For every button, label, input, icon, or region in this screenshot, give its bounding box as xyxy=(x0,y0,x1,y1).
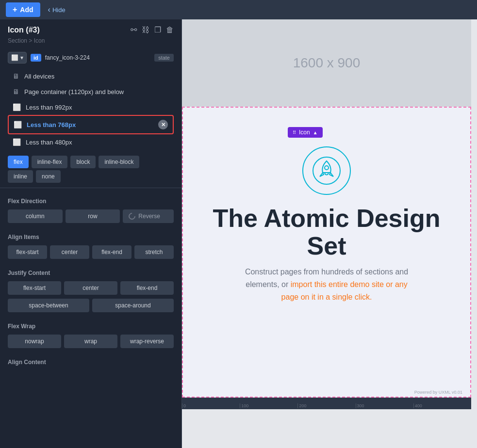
device-all-label: All devices xyxy=(24,73,54,80)
display-block-btn[interactable]: block xyxy=(70,156,96,168)
highlight-text: import this entire demo site or any page… xyxy=(281,280,408,301)
id-badge: id xyxy=(31,54,41,62)
ruler-mark-200: 200 xyxy=(297,403,355,408)
align-items-label: Align Items xyxy=(0,227,181,243)
reverse-icon xyxy=(127,211,137,221)
ruler-mark-0: 0 xyxy=(182,403,240,408)
display-none-btn[interactable]: none xyxy=(36,170,61,183)
device-768-icon: ⬜ xyxy=(14,121,22,128)
powered-label: Powered by UXML v0.01 xyxy=(414,390,462,395)
ruler-marks: 0 100 200 300 400 xyxy=(182,398,471,409)
align-flex-end-btn[interactable]: flex-end xyxy=(92,245,132,259)
rocket-icon-circle xyxy=(302,146,351,195)
canvas-inner[interactable]: 1600 x 900 Powered by UXML v0.01 ⠿ Icon … xyxy=(182,19,477,448)
device-992-label: Less than 992px xyxy=(26,104,72,111)
device-768-close[interactable]: ✕ xyxy=(158,120,168,129)
hierarchy-icon[interactable]: ⚯ xyxy=(131,25,137,34)
display-inline-btn[interactable]: inline xyxy=(8,170,33,183)
id-row: ⬜ ▾ id fancy_icon-3-224 state xyxy=(0,49,181,66)
device-option-768[interactable]: ⬜ Less than 768px ✕ xyxy=(8,115,174,134)
icon-tag[interactable]: ⠿ Icon ▲ xyxy=(288,127,323,138)
flex-direction-buttons: column row Reverse xyxy=(0,208,181,227)
device-992-icon: ⬜ xyxy=(13,103,21,111)
display-buttons: flex inline-flex block inline-block xyxy=(0,152,181,170)
content-section: Powered by UXML v0.01 ⠿ Icon ▲ xyxy=(182,107,471,398)
justify-center-btn[interactable]: center xyxy=(64,281,117,295)
copy-icon[interactable]: ❐ xyxy=(154,25,161,34)
align-center-btn[interactable]: center xyxy=(50,245,89,259)
ruler-mark-100: 100 xyxy=(240,403,297,408)
sidebar: Icon (#3) ⚯ ⛓ ❐ 🗑 Section > Icon ⬜ ▾ id … xyxy=(0,19,182,448)
flex-direction-label: Flex Direction xyxy=(0,191,181,208)
display-inline-flex-btn[interactable]: inline-flex xyxy=(32,156,68,168)
device-icon: ⬜ xyxy=(11,54,18,61)
panel-icons: ⚯ ⛓ ❐ 🗑 xyxy=(131,25,174,34)
wrap-nowrap-btn[interactable]: nowrap xyxy=(8,335,61,348)
align-content-label: Align Content xyxy=(0,352,181,368)
ruler-bottom: 0 100 200 300 400 xyxy=(182,398,471,409)
flex-direction-column-btn[interactable]: column xyxy=(8,209,63,223)
device-1120-icon: 🖥 xyxy=(13,88,19,96)
panel-header: Icon (#3) ⚯ ⛓ ❐ 🗑 xyxy=(0,19,181,36)
reverse-label: Reverse xyxy=(138,213,160,220)
device-768-label: Less than 768px xyxy=(27,121,76,128)
chevron-up-icon: ▲ xyxy=(313,130,318,135)
device-dropdown: 🖥 All devices 🖥 Page container (1120px) … xyxy=(0,66,181,152)
svg-point-1 xyxy=(325,166,329,170)
divider-1 xyxy=(0,188,181,188)
id-value: fancy_icon-3-224 xyxy=(45,54,150,61)
device-480-label: Less than 480px xyxy=(26,139,72,146)
align-flex-start-btn[interactable]: flex-start xyxy=(8,245,47,259)
justify-space-between-btn[interactable]: space-between xyxy=(8,299,89,312)
flex-direction-reverse-btn[interactable]: Reverse xyxy=(123,209,174,223)
device-all-icon: 🖥 xyxy=(13,72,19,80)
hide-button[interactable]: Hide xyxy=(48,5,66,14)
device-option-all[interactable]: 🖥 All devices xyxy=(8,68,174,84)
align-stretch-btn[interactable]: stretch xyxy=(134,245,174,259)
display-flex-btn[interactable]: flex xyxy=(8,156,29,168)
device-1120-label: Page container (1120px) and below xyxy=(24,88,124,96)
device-option-1120[interactable]: 🖥 Page container (1120px) and below xyxy=(8,84,174,99)
ruler-mark-400: 400 xyxy=(413,403,471,408)
wrap-wrap-btn[interactable]: wrap xyxy=(64,335,117,348)
canvas-subtext: Construct pages from hundreds of section… xyxy=(239,266,414,303)
device-option-480[interactable]: ⬜ Less than 480px xyxy=(8,134,174,150)
canvas-heading: The Atomic Design Set xyxy=(202,205,451,260)
align-items-buttons: flex-start center flex-end stretch xyxy=(0,243,181,263)
display-inline-block-btn[interactable]: inline-block xyxy=(99,156,139,168)
display-buttons-row2: inline none xyxy=(0,170,181,185)
ruler-mark-300: 300 xyxy=(356,403,413,408)
justify-space-around-btn[interactable]: space-around xyxy=(92,299,174,312)
flex-wrap-label: Flex Wrap xyxy=(0,316,181,333)
justify-flex-start-btn[interactable]: flex-start xyxy=(8,281,61,295)
flex-wrap-buttons: nowrap wrap wrap-reverse xyxy=(0,333,181,352)
flex-direction-row-btn[interactable]: row xyxy=(66,209,120,223)
device-480-icon: ⬜ xyxy=(13,138,21,146)
state-badge[interactable]: state xyxy=(154,54,174,62)
image-placeholder: 1600 x 900 xyxy=(182,19,471,107)
justify-content-label: Justify Content xyxy=(0,263,181,279)
placeholder-size-label: 1600 x 900 xyxy=(293,55,361,71)
icon-tag-label: Icon xyxy=(299,129,310,136)
device-option-992[interactable]: ⬜ Less than 992px xyxy=(8,99,174,115)
rocket-svg xyxy=(312,156,341,185)
justify-content-row2: space-between space-around xyxy=(0,297,181,316)
wrap-reverse-btn[interactable]: wrap-reverse xyxy=(120,335,174,348)
drag-icon: ⠿ xyxy=(293,130,296,135)
justify-flex-end-btn[interactable]: flex-end xyxy=(120,281,174,295)
canvas-area: 1600 x 900 Powered by UXML v0.01 ⠿ Icon … xyxy=(182,19,477,448)
link-icon[interactable]: ⛓ xyxy=(142,26,149,34)
trash-icon[interactable]: 🗑 xyxy=(166,26,174,34)
justify-content-row1: flex-start center flex-end xyxy=(0,279,181,297)
breadcrumb: Section > Icon xyxy=(0,36,181,49)
device-select[interactable]: ⬜ ▾ xyxy=(8,52,27,64)
add-button[interactable]: Add xyxy=(6,2,40,17)
panel-title: Icon (#3) xyxy=(8,26,40,34)
device-chevron: ▾ xyxy=(20,54,23,61)
